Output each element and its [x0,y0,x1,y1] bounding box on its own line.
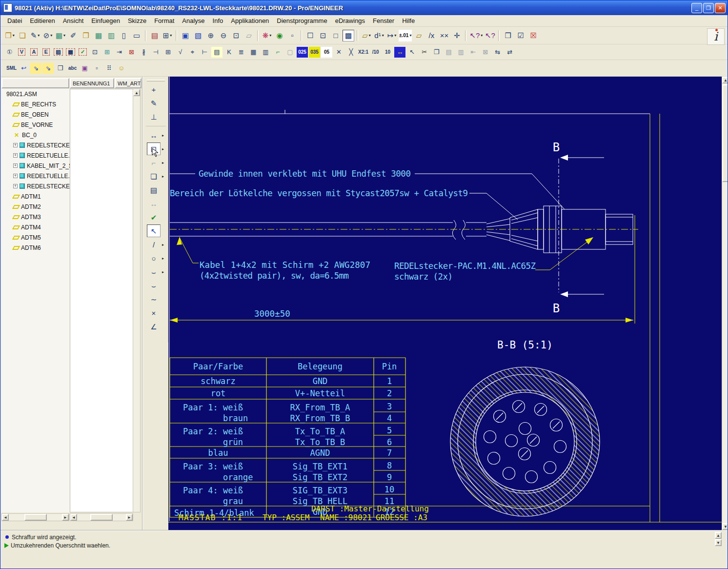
select-box-tool-button[interactable]: ⊡ [147,142,161,155]
table-horizontal-scrollbar[interactable]: ◄ ► [70,513,133,521]
sketch-point-button[interactable]: + [147,83,161,96]
offset-tool-button[interactable]: ❏ [147,170,161,183]
ptc-logo-icon[interactable]: i [707,28,725,45]
datum-csys-display-button[interactable]: ✛ [451,30,463,41]
sheet-setup-button[interactable]: ⊡ [89,47,101,58]
scrollbar-thumb[interactable] [722,84,728,182]
dim-flip-button[interactable]: ⇄ [504,47,515,58]
dropdown-arrow-icon[interactable]: ▾ [269,33,271,38]
scrollbar-thumb[interactable] [24,514,47,521]
tree-item-be-oben[interactable]: BE_OBEN [1,109,70,120]
dropdown-arrow-icon[interactable]: ▾ [394,33,396,38]
snap-line-button[interactable]: ⊣ [150,47,162,58]
preview-one-button[interactable]: ① [4,47,15,58]
tree-value-table[interactable] [70,89,133,512]
tree-item-redelstecker[interactable]: +REDELSTECKER [1,140,70,150]
nav-left-button[interactable]: ⇤ [467,47,479,58]
edit-highlight-2-button[interactable]: ⇘ [42,63,54,74]
new-file-button[interactable]: ▯ [118,30,130,41]
help-find-button[interactable]: ↖? [484,30,496,41]
appearance-button[interactable]: ❋▾ [261,30,273,41]
activate-window-button[interactable]: ☑ [515,30,526,41]
show-a-button[interactable]: A [28,47,40,58]
cut-button[interactable]: ✂ [419,47,430,58]
toggle-axis-button[interactable]: ∦ [138,47,149,58]
menu-fenster[interactable]: Fenster [369,16,398,26]
column-header-wm-artik[interactable]: WM_ARTIK [115,78,142,88]
flyout-arrow-icon[interactable]: ▸ [162,256,164,261]
scroll-up-icon[interactable]: ▲ [722,77,728,83]
note-redel-line2[interactable]: schwarz (2x) [394,272,453,282]
window-small-button[interactable]: ▫ [91,63,102,74]
create-note-button[interactable]: ▤ [211,47,222,58]
tree-vertical-scrollbar[interactable]: ▲ [133,89,141,512]
scroll-up-icon[interactable]: ▲ [133,89,140,96]
no-hidden-button[interactable]: □ [330,30,342,41]
datum-planes-toggle-button[interactable]: ▱▾ [361,30,372,41]
save-button[interactable]: ▦▾ [55,30,66,41]
flyout-arrow-icon[interactable]: ▸ [162,161,164,165]
tree-item-be-rechts[interactable]: BE_RECHTS [1,99,70,109]
dropdown-arrow-icon[interactable]: ▾ [50,33,52,38]
context-help-button[interactable]: ↖?▾ [469,30,483,41]
render-environment-button[interactable]: ◉ [274,30,285,41]
model-tree-toggle-button[interactable]: ⊞▾ [162,30,173,41]
select-dims-button[interactable]: ↖ [406,47,418,58]
note-kabel-line2[interactable]: (4x2twisted pair), sw, da=6.5mm [200,271,349,281]
dropdown-arrow-icon[interactable]: ▾ [382,33,384,38]
balloon-note-button[interactable]: K [223,47,235,58]
edit-table-button[interactable]: ⊞ [162,47,174,58]
toolbar-grip[interactable] [147,80,165,81]
select-arrow-tool-button[interactable]: ↖ [147,224,161,237]
menu-dienstprogramme[interactable]: Dienstprogramme [273,16,331,26]
maximize-button[interactable]: ❐ [703,3,714,13]
circle-tool-button[interactable]: ○ [147,252,161,264]
flyout-arrow-icon[interactable]: ▸ [162,147,164,151]
dropdown-arrow-icon[interactable]: ▾ [481,33,483,38]
display-small-button[interactable]: ▫ [286,30,298,41]
tree-item-adtm1[interactable]: ADTM1 [1,191,70,202]
dimension-text[interactable]: 3000±50 [254,309,290,319]
copy-from-model-button[interactable]: ❏ [17,30,28,41]
tree-expander-icon[interactable]: + [13,143,18,147]
flyout-arrow-icon[interactable]: ▸ [162,133,164,138]
flyout-arrow-icon[interactable]: ▸ [162,243,164,247]
menu-edrawings[interactable]: eDrawings [331,16,369,26]
format-green-button[interactable]: ⌐ [272,47,283,58]
abs-035-button[interactable]: 035 [309,47,320,58]
show-hatch-b-button[interactable]: ▩ [65,47,76,58]
show-hatch-a-button[interactable]: ▨ [53,47,64,58]
show-e-button[interactable]: E [40,47,52,58]
menu-ansicht[interactable]: Ansicht [59,16,88,26]
tree-expander-icon[interactable]: + [13,184,18,188]
zoom-out-button[interactable]: ⊖ [218,30,229,41]
hidden-line-button[interactable]: ⊡ [317,30,329,41]
minimize-button[interactable]: _ [691,3,702,13]
table-fill-button[interactable]: ▥ [260,47,271,58]
scroll-left-icon[interactable]: ◄ [70,514,77,521]
arc-tool-button[interactable]: ⌣ [147,265,161,278]
paste-button[interactable]: ▤ [443,47,454,58]
dropdown-arrow-icon[interactable]: ▾ [170,33,172,38]
wireframe-button[interactable]: ☐ [304,30,316,41]
open-2-button[interactable]: ❐ [80,30,92,41]
tree-item-adtm4[interactable]: ADTM4 [1,222,70,232]
tree-item-be-vorne[interactable]: BE_VORNE [1,120,70,130]
point-tool-button[interactable]: × [147,306,161,319]
scale-note-button[interactable]: X2:1 [358,47,369,58]
close-window-button[interactable]: ☒ [527,30,539,41]
window-gray-button[interactable]: ▢ [284,47,296,58]
column-header-benennung1[interactable]: BENENNUNG1 [70,78,114,88]
save-active-button[interactable]: ▦ [93,30,104,41]
image-gallery-button[interactable]: ▣ [79,63,90,74]
note-list-button[interactable]: ≣ [236,47,247,58]
smiley-button[interactable]: ☺ [116,63,127,74]
table-create-button[interactable]: ▦ [248,47,259,58]
dim-arrows-button[interactable]: ⇆ [492,47,503,58]
title-bar[interactable]: 98021 (Aktiv) H:\ENTW\ZeiDat\ProE\SOMNOl… [0,0,728,15]
tree-expander-icon[interactable]: + [13,153,18,158]
scroll-left-icon[interactable]: ◄ [2,514,9,521]
menu-editieren[interactable]: Editieren [26,16,59,26]
tree-expander-icon[interactable]: + [13,174,18,178]
rename-button[interactable]: ✐ [67,30,79,41]
